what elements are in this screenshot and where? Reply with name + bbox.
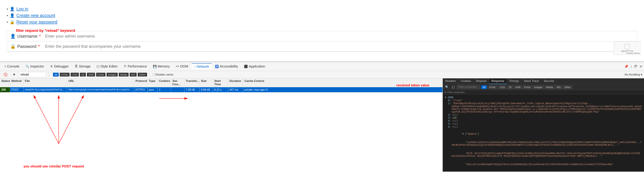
- user-icon: •: [7, 7, 8, 11]
- storage-icon: 🗄: [75, 65, 78, 68]
- tab-console-label: Console: [7, 64, 20, 68]
- col-header-setcoo: Set-Coo...: [171, 78, 184, 87]
- col-header-method: Method: [10, 78, 24, 87]
- tab-storage[interactable]: 🗄 Storage: [72, 63, 93, 69]
- filter-media-right-button[interactable]: Media: [544, 85, 554, 89]
- json-line-2: 2: null: [445, 114, 642, 116]
- cell-file: reload?k=6LccJngUAAAAId7HeT1ysIgQL_M: [24, 87, 67, 92]
- cell-setcookies: [171, 87, 184, 92]
- col-header-type: Type: [148, 78, 158, 87]
- tab-accessibility[interactable]: ♿ Accessibility: [212, 63, 241, 69]
- close-icon[interactable]: ✕: [640, 64, 642, 68]
- filter-other-button[interactable]: Other: [138, 73, 147, 77]
- col-header-transfer: Transfer...: [184, 78, 200, 87]
- filter-button[interactable]: ▼: [11, 72, 18, 77]
- col-header-url: URL: [67, 78, 134, 87]
- tab-inspector[interactable]: 🔍 Inspector: [23, 63, 46, 69]
- tab-memory[interactable]: 💾 Memory: [150, 63, 172, 69]
- filter-fonts-right-button[interactable]: Fonts: [523, 85, 532, 89]
- reset-password-link-item: • 🔒 Reset your password: [7, 19, 637, 25]
- json-root: ▼ JSON: [445, 96, 642, 99]
- network-filter-input[interactable]: [19, 72, 46, 77]
- cell-url: https://www.google.com/recaptcha/api2/re…: [67, 87, 134, 92]
- filter-xhr-button[interactable]: XHR: [87, 73, 95, 77]
- table-row[interactable]: 200 POST reload?k=6LccJngUAAAAId7HeT1ysI…: [0, 87, 442, 92]
- network-left-panel: Status Method File URL Protocol Type Coo…: [0, 78, 443, 172]
- filter-css-right-button[interactable]: CSS: [498, 85, 506, 89]
- divider1: [48, 72, 49, 77]
- filter-all-button[interactable]: All: [53, 73, 59, 77]
- right-tab-headers[interactable]: Headers: [443, 78, 458, 84]
- username-row: 👤 Username *: [7, 31, 637, 41]
- json-bgdata-value: "Ly93d3cuZ29vZ2xlLmNvbS9yZWNhcHRjaGEvYXB…: [445, 138, 642, 149]
- split-icon[interactable]: ↕: [630, 64, 632, 68]
- filter-type-buttons: All HTML CSS JS XHR Fonts Images Media W…: [53, 73, 147, 77]
- no-throttle-select[interactable]: No throttling ▾: [625, 73, 642, 76]
- json-line-4: 4: null: [445, 120, 642, 122]
- response-filter-input[interactable]: [457, 85, 480, 89]
- filter-media-button[interactable]: Media: [119, 73, 129, 77]
- right-tab-cookies[interactable]: Cookies: [458, 78, 474, 84]
- bullet-icon: •: [7, 13, 8, 18]
- filter-images-button[interactable]: Images: [106, 73, 118, 77]
- bullet2-icon: •: [7, 20, 8, 24]
- json-line-bgdata: ▼ ["bgdata"]: [445, 130, 642, 138]
- tab-console[interactable]: > Console: [2, 63, 22, 69]
- right-tab-stack-trace[interactable]: Stack Trace: [522, 78, 541, 84]
- filter-js-right-button[interactable]: JS: [507, 85, 513, 89]
- tab-network[interactable]: ↕ Network: [192, 63, 212, 69]
- filter-ws-right-button[interactable]: WS: [555, 85, 562, 89]
- filter-ws-button[interactable]: WS: [130, 73, 137, 77]
- inspector-icon: 🔍: [26, 65, 29, 68]
- json-line-1-cont: IDRVmr1T8b9fBMVPArUhQkBWOkZLBCpFslVvlbyu…: [445, 105, 642, 113]
- recaptcha-checkbox[interactable]: [625, 44, 630, 49]
- response-search-button[interactable]: 🔍: [444, 85, 450, 89]
- json-bgdata-end: "mblxzEYzyV3B6eHpOK7VEQ2p3T3hvXi1Uy9ERmR…: [445, 161, 642, 169]
- expand-icon[interactable]: 🗗: [634, 64, 638, 68]
- filter-images-right-button[interactable]: Images: [533, 85, 544, 89]
- response-raw-button[interactable]: { }: [451, 85, 456, 89]
- network-table-container: Status Method File URL Protocol Type Coo…: [0, 78, 644, 172]
- filter-all-right-button[interactable]: All: [481, 85, 487, 89]
- tab-application[interactable]: ⬛ Application: [241, 63, 268, 69]
- right-tab-response[interactable]: Response: [489, 78, 507, 84]
- right-tab-request[interactable]: Request: [474, 78, 489, 84]
- filter-html-right-button[interactable]: HTML: [488, 85, 498, 89]
- link-list: • 👤 Log in • 👤 Create new account • 🔒 Re…: [7, 3, 637, 28]
- recaptcha-box[interactable]: reCAPTCHA Privacy Terms: [614, 41, 641, 55]
- right-tab-security[interactable]: Security: [541, 78, 556, 84]
- top-section: • 👤 Log in • 👤 Create new account • 🔒 Re…: [0, 0, 644, 62]
- password-input[interactable]: [44, 43, 634, 49]
- cell-protocol: HTTP/2: [134, 87, 148, 92]
- right-panel-tabs: Headers Cookies Request Response Timings…: [443, 78, 644, 84]
- login-link[interactable]: Log in: [16, 6, 28, 11]
- disable-cache-toggle[interactable]: Disable cache: [152, 73, 174, 76]
- filter-xhr-right-button[interactable]: XHR: [514, 85, 522, 89]
- filter-fonts-button[interactable]: Fonts: [96, 73, 106, 77]
- disable-cache-checkbox[interactable]: [152, 73, 155, 76]
- disable-cache-label: Disable cache: [156, 73, 174, 76]
- cell-duration: 447 ms: [228, 87, 243, 92]
- password-required: *: [38, 44, 40, 49]
- cell-method: POST: [10, 87, 24, 92]
- json-line-6: 6: null: [445, 126, 642, 128]
- filter-html-button[interactable]: HTML: [60, 73, 70, 77]
- tab-application-label: Application: [249, 64, 265, 68]
- filter-css-button[interactable]: CSS: [70, 73, 79, 77]
- tab-style-editor[interactable]: { } Style Editor: [94, 63, 120, 69]
- filter-other-right-button[interactable]: Other: [563, 85, 572, 89]
- create-account-link[interactable]: Create new account: [16, 13, 55, 18]
- username-input[interactable]: [44, 33, 634, 39]
- tab-performance[interactable]: ⏱ Performance: [121, 63, 150, 69]
- pin-icon[interactable]: 📌: [624, 64, 628, 68]
- json-viewer[interactable]: ▼ JSON 0: "rresp" 1: "B3AGdBp26CXNs4qc1o…: [443, 94, 644, 172]
- filter-js-button[interactable]: JS: [80, 73, 86, 77]
- create-account-link-item: • 👤 Create new account: [7, 13, 637, 18]
- right-tab-timings[interactable]: Timings: [507, 78, 522, 84]
- tab-debugger[interactable]: ⏸ Debugger: [47, 63, 72, 69]
- clear-log-button[interactable]: 🚫: [2, 72, 10, 77]
- reset-password-link[interactable]: Reset your password: [16, 19, 57, 25]
- col-header-protocol: Protocol: [134, 78, 148, 87]
- json-bgdata-cont: "B1TE JmY2t5I5bjN2ZXJzaW9uPTEUWEZQSzI1U3…: [445, 149, 642, 160]
- tab-dom[interactable]: <> DOM: [173, 63, 191, 69]
